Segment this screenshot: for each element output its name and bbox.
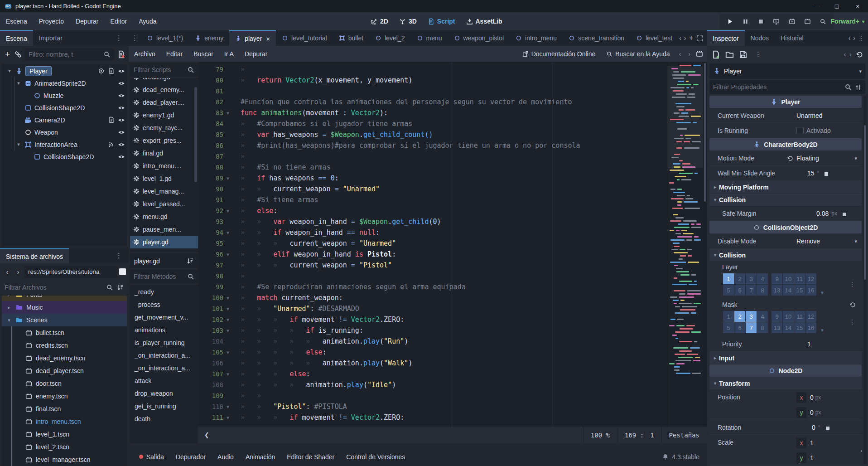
- method-item-get_is_running[interactable]: get_is_running: [130, 400, 198, 413]
- method-item-death[interactable]: death: [130, 413, 198, 425]
- category-collisionobject2d[interactable]: CollisionObject2D: [709, 221, 862, 233]
- script-menu-buscar[interactable]: Buscar: [188, 48, 219, 60]
- online-docs-button[interactable]: Documentación Online: [519, 49, 599, 59]
- link-scale-icon[interactable]: [860, 449, 862, 456]
- file-item-credits.tscn[interactable]: credits.tscn: [2, 339, 127, 352]
- code-line[interactable]: 89▼» if has_weapons == 0:: [198, 173, 707, 184]
- filter-properties-input[interactable]: Filtrar Propiedades: [709, 80, 865, 94]
- tab-escena[interactable]: Escena: [0, 30, 33, 46]
- fold-arrow-icon[interactable]: ▼: [223, 296, 232, 301]
- bit-8[interactable]: 8: [757, 322, 768, 333]
- script-tab-level_1[interactable]: level_1(*): [141, 30, 189, 46]
- code-line[interactable]: 83▼func animations(movement : Vector2):: [198, 107, 707, 118]
- scale-y-field[interactable]: y1: [796, 450, 859, 465]
- collapse-panel-icon[interactable]: ❮: [198, 432, 216, 438]
- code-line[interactable]: 88» #Si no tiene armas: [198, 162, 707, 173]
- pause-button[interactable]: [739, 16, 751, 28]
- code-line[interactable]: 96▼» » elif weapon_in_hand is Pistol:: [198, 249, 707, 260]
- bit-13[interactable]: 13: [772, 322, 782, 333]
- bit-6[interactable]: 6: [734, 322, 745, 333]
- menu-proyecto[interactable]: Proyecto: [33, 15, 70, 28]
- code-line[interactable]: 86» #print(has_weapons)#para comprobar s…: [198, 140, 707, 151]
- bit-9[interactable]: 9: [772, 273, 782, 284]
- stop-button[interactable]: [755, 16, 767, 28]
- bottom-panel-editor-de-shader[interactable]: Editor de Shader: [281, 451, 340, 463]
- script-item-final.gd[interactable]: final.gd: [130, 147, 198, 160]
- edited-node-select[interactable]: Player ▾: [709, 63, 865, 79]
- fold-arrow-icon[interactable]: ▼: [223, 209, 232, 214]
- file-item-door.tscn[interactable]: door.tscn: [2, 377, 127, 390]
- script-item-credits.gd[interactable]: credits.gd: [130, 78, 198, 83]
- code-line[interactable]: 103▼» » » » if is_running:: [198, 325, 707, 336]
- script-history-forward[interactable]: ›: [686, 50, 692, 58]
- code-line[interactable]: 91» #Si tiene armas: [198, 194, 707, 205]
- nav-back-button[interactable]: ‹: [3, 267, 12, 277]
- movie-button[interactable]: [786, 16, 798, 28]
- script-icon[interactable]: [108, 116, 115, 123]
- code-line[interactable]: 94▼» » if weapon_in_hand == null:: [198, 227, 707, 238]
- close-tab-icon[interactable]: ×: [266, 35, 270, 43]
- property-tools-icon[interactable]: [854, 83, 862, 91]
- bit-12[interactable]: 12: [805, 311, 816, 322]
- method-item-attack[interactable]: attack: [130, 374, 198, 387]
- code-line[interactable]: 85» var has_weapons = $Weapon.get_child_…: [198, 129, 707, 140]
- maximize-button[interactable]: □: [826, 0, 847, 12]
- history-back-button[interactable]: ‹: [844, 51, 846, 58]
- menu-ayuda[interactable]: Ayuda: [133, 15, 162, 28]
- mode-button-2d[interactable]: 2D: [371, 18, 388, 25]
- load-resource-button[interactable]: [725, 50, 734, 59]
- file-item-bullet.tscn[interactable]: bullet.tscn: [2, 326, 127, 339]
- group-collision-object[interactable]: ▾Collision: [709, 249, 862, 261]
- script-item-level_passed...[interactable]: level_passed...: [130, 198, 198, 210]
- script-item-menu.gd[interactable]: menu.gd: [130, 210, 198, 223]
- add-node-button[interactable]: +: [4, 49, 11, 59]
- script-tab-enemy[interactable]: enemy: [189, 30, 229, 46]
- group-transform[interactable]: ▾Transform: [709, 377, 862, 389]
- bit-14[interactable]: 14: [783, 322, 794, 333]
- code-line[interactable]: 84» #Comprobamos si el jugador tiene arm…: [198, 118, 707, 129]
- position-x-field[interactable]: x0 px: [796, 390, 859, 405]
- fold-arrow-icon[interactable]: ▼: [223, 328, 232, 333]
- bit-10[interactable]: 10: [783, 273, 794, 284]
- code-line[interactable]: 82#Funcion que controla las animaciones …: [198, 97, 707, 107]
- title-bar[interactable]: player.tscn - Hard Boiled - Godot Engine…: [0, 0, 868, 12]
- detach-script-button[interactable]: [117, 50, 125, 58]
- filesystem-filter[interactable]: Filtrar Archivos: [0, 281, 129, 294]
- code-line[interactable]: 109» »: [198, 390, 707, 401]
- mode-button-3d[interactable]: 3D: [399, 18, 417, 25]
- script-item-level_1.gd[interactable]: level_1.gd: [130, 172, 198, 185]
- fold-arrow-icon[interactable]: ▼: [223, 317, 232, 322]
- scene-filter-input[interactable]: Filtro: nombre, t: [25, 48, 114, 61]
- code-line[interactable]: 87»: [198, 151, 707, 162]
- file-item-music[interactable]: ▸Music: [2, 301, 127, 314]
- code-line[interactable]: 100▼» match current_weapon:: [198, 292, 707, 303]
- bottom-panel-depurador[interactable]: Depurador: [170, 451, 212, 463]
- bit-2[interactable]: 2: [734, 273, 745, 284]
- script-tab-level_tutorial[interactable]: level_tutorial: [276, 30, 333, 46]
- expand-arrow-icon[interactable]: ▾: [6, 68, 13, 74]
- eye-icon[interactable]: [118, 92, 125, 99]
- current-path[interactable]: res://Sprites/Others/tutoria: [24, 266, 117, 278]
- tree-item-collisionshape2d[interactable]: CollisionShape2D: [2, 150, 127, 163]
- script-item-export_pres...[interactable]: TXTexport_pres...: [130, 134, 198, 147]
- code-line[interactable]: 93» » var weapon_in_hand = $Weapon.get_c…: [198, 216, 707, 227]
- tree-item-muzzle[interactable]: Muzzle: [2, 89, 127, 102]
- fold-arrow-icon[interactable]: ▼: [223, 176, 232, 181]
- search-help-button[interactable]: Buscar en la Ayuda: [603, 49, 673, 59]
- expand-arrow-icon[interactable]: ▸: [6, 296, 12, 298]
- dock-prev-icon[interactable]: ‹: [849, 34, 851, 42]
- new-resource-button[interactable]: [711, 50, 720, 59]
- mode-button-assetlib[interactable]: AssetLib: [466, 18, 502, 25]
- script-item-pause_men...[interactable]: pause_men...: [130, 223, 198, 236]
- current-weapon-value[interactable]: Unarmed: [794, 112, 862, 119]
- file-item-level_manager.tscn[interactable]: level_manager.tscn: [2, 453, 127, 466]
- prev-script-button[interactable]: ‹: [679, 34, 681, 42]
- menu-escena[interactable]: Escena: [0, 15, 33, 28]
- scene-dock-menu-icon[interactable]: ⋮: [113, 34, 125, 42]
- bit-15[interactable]: 15: [794, 285, 805, 296]
- bit-13[interactable]: 13: [772, 285, 782, 296]
- code-line[interactable]: 98»: [198, 271, 707, 282]
- bit-5[interactable]: 5: [723, 322, 734, 333]
- script-tab-bullet[interactable]: bullet: [333, 30, 369, 46]
- bottom-panel-salida[interactable]: Salida: [133, 451, 170, 463]
